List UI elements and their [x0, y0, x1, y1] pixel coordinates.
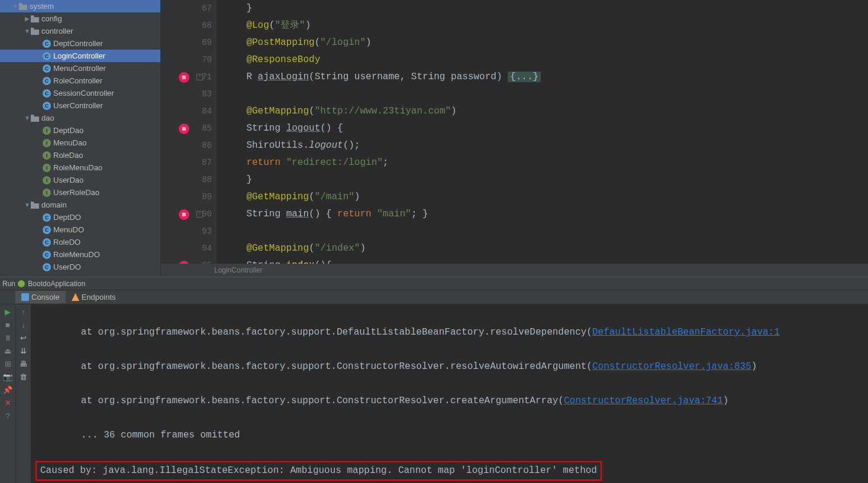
stop-icon[interactable]: ■: [3, 320, 12, 329]
tree-file[interactable]: CUserDO: [0, 261, 160, 273]
interface-icon: I: [43, 139, 51, 147]
tree-file[interactable]: IRoleMenuDao: [0, 161, 160, 174]
run-tabs: Console Endpoints: [0, 290, 868, 304]
mapping-icon[interactable]: m: [179, 209, 189, 220]
folder-icon: [31, 15, 39, 23]
run-toolbar-left: ▶ ■ ⏸ ⏏ ⊞ 📷 📌 ✕ ?: [0, 304, 15, 483]
tree-file[interactable]: CRoleMenuDO: [0, 248, 160, 261]
project-tree[interactable]: system config controller CDeptController…: [0, 0, 161, 277]
stack-link[interactable]: ConstructorResolver.java:835: [592, 361, 751, 372]
tab-console[interactable]: Console: [15, 291, 66, 303]
mapping-icon[interactable]: m: [179, 72, 189, 83]
tree-file[interactable]: CRoleController: [0, 74, 160, 87]
tree-file-login-controller[interactable]: CLoginController: [0, 50, 160, 62]
tree-label: RoleController: [53, 76, 102, 85]
tree-file[interactable]: IUserRoleDao: [0, 186, 160, 199]
console-output[interactable]: at org.springframework.beans.factory.sup…: [31, 304, 868, 483]
tree-label: DeptDao: [53, 126, 83, 135]
class-icon: C: [43, 226, 51, 234]
tree-folder-domain[interactable]: domain: [0, 199, 160, 211]
wrap-icon[interactable]: ↩: [19, 333, 28, 342]
tree-file[interactable]: CDeptController: [0, 37, 160, 50]
class-icon: C: [43, 64, 51, 73]
folded-code[interactable]: {...}: [508, 72, 541, 82]
help-icon[interactable]: ?: [3, 411, 12, 420]
tree-file[interactable]: IRoleDao: [0, 149, 160, 161]
fold-icon[interactable]: +: [196, 74, 203, 80]
gutter[interactable]: 67 68 69 70 71m+ 83 84 85m 86 87 88 89 9…: [161, 0, 217, 264]
down-icon[interactable]: ↓: [19, 320, 28, 329]
line-number: 88: [161, 171, 212, 189]
print-icon[interactable]: 🖶: [19, 359, 28, 368]
exit-icon[interactable]: ⏏: [3, 346, 12, 355]
stack-link[interactable]: ConstructorResolver.java:741: [564, 396, 723, 406]
pin-icon[interactable]: 📌: [3, 385, 12, 394]
tree-label: UserController: [53, 101, 103, 110]
interface-icon: I: [43, 151, 51, 160]
tree-label: UserDO: [53, 262, 81, 271]
tree-file[interactable]: CRoleDO: [0, 236, 160, 248]
tab-endpoints[interactable]: Endpoints: [66, 291, 122, 303]
tree-folder-system[interactable]: system: [0, 0, 160, 12]
code-content[interactable]: } @Log("登录") @PostMapping("/login") @Res…: [217, 0, 868, 264]
tree-file[interactable]: CDeptDO: [0, 211, 160, 223]
line-number: 93: [161, 223, 212, 240]
interface-icon: I: [43, 164, 51, 172]
tree-file[interactable]: CSessionController: [0, 87, 160, 99]
dump-icon[interactable]: 📷: [3, 372, 12, 381]
spring-boot-icon: [17, 280, 25, 288]
tree-folder-controller[interactable]: controller: [0, 25, 160, 37]
fold-icon[interactable]: +: [196, 211, 203, 218]
class-icon: C: [43, 213, 51, 222]
tree-file[interactable]: CMenuController: [0, 62, 160, 74]
error-highlight: Caused by: java.lang.IllegalStateExcepti…: [36, 461, 602, 481]
console-line: at org.springframework.beans.factory.sup…: [36, 327, 592, 338]
tree-file[interactable]: IUserDao: [0, 174, 160, 186]
tree-label: UserRoleDao: [53, 188, 99, 197]
tree-folder-config[interactable]: config: [0, 12, 160, 25]
tree-file[interactable]: CUserController: [0, 99, 160, 112]
tree-file[interactable]: IDeptDao: [0, 124, 160, 137]
class-icon: C: [43, 263, 51, 271]
line-number: 69: [161, 34, 212, 51]
chevron-down-icon: [24, 28, 31, 34]
close-icon[interactable]: ✕: [3, 398, 12, 407]
tree-label: system: [30, 2, 54, 11]
mapping-icon[interactable]: m: [179, 261, 189, 264]
run-label: Run: [2, 280, 15, 288]
rerun-icon[interactable]: ▶: [3, 307, 12, 316]
console-toolbar: ↑ ↓ ↩ ⇊ 🖶 🗑: [15, 304, 31, 483]
mapping-icon[interactable]: m: [179, 124, 189, 134]
tree-label: MenuController: [53, 64, 106, 73]
chevron-right-icon: [24, 15, 31, 22]
line-number: 68: [161, 17, 212, 34]
tree-label: RoleMenuDao: [53, 163, 102, 172]
line-number: 85m: [161, 120, 212, 137]
tree-label: MenuDao: [53, 138, 86, 147]
stack-link[interactable]: DefaultListableBeanFactory.java:1: [592, 327, 780, 338]
code-editor[interactable]: 67 68 69 70 71m+ 83 84 85m 86 87 88 89 9…: [161, 0, 868, 277]
layout-icon[interactable]: ⊞: [3, 359, 12, 368]
class-icon: C: [43, 251, 51, 259]
console-icon: [21, 293, 29, 301]
tree-file[interactable]: IMenuDao: [0, 137, 160, 149]
up-icon[interactable]: ↑: [19, 307, 28, 316]
clear-icon[interactable]: 🗑: [19, 372, 28, 381]
tree-label: controller: [41, 27, 73, 35]
line-number: 86: [161, 137, 212, 154]
tree-file[interactable]: CMenuDO: [0, 223, 160, 236]
tree-label: DeptDO: [53, 213, 81, 222]
line-number: 67: [161, 0, 212, 17]
run-config-name: BootdoApplication: [28, 280, 85, 288]
interface-icon: I: [43, 189, 51, 197]
class-icon: C: [43, 238, 51, 247]
interface-icon: I: [43, 176, 51, 184]
tree-folder-dao[interactable]: dao: [0, 112, 160, 124]
scroll-icon[interactable]: ⇊: [19, 346, 28, 355]
endpoints-icon: [72, 293, 79, 301]
pause-icon[interactable]: ⏸: [3, 333, 12, 342]
interface-icon: I: [43, 127, 51, 135]
tree-label: RoleMenuDO: [53, 250, 100, 259]
class-icon: C: [43, 40, 51, 48]
breadcrumb[interactable]: LoginController: [161, 264, 868, 277]
